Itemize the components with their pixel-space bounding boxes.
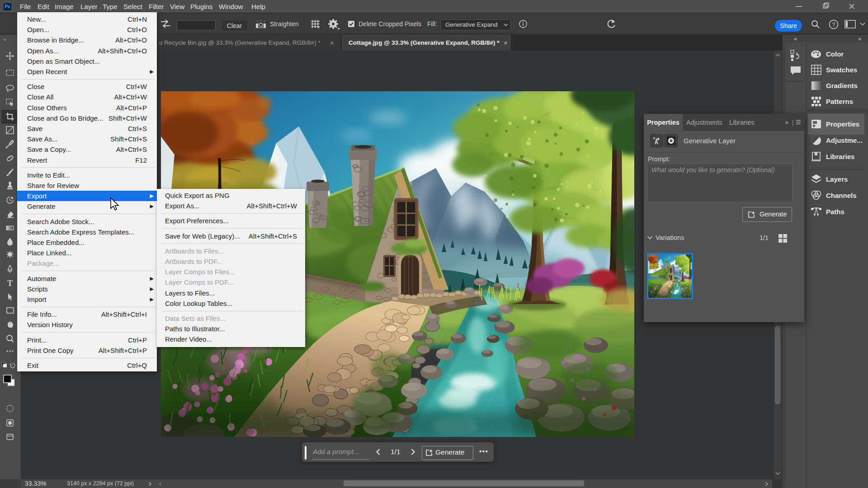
svg-text:Patterns: Patterns bbox=[826, 98, 853, 105]
svg-text:»: » bbox=[4, 37, 6, 42]
svg-text:«: « bbox=[794, 35, 797, 42]
svg-text:«: « bbox=[858, 35, 861, 42]
svg-text:Color: Color bbox=[826, 50, 844, 58]
svg-text:Swatches: Swatches bbox=[826, 66, 857, 74]
svg-text:Gradients: Gradients bbox=[826, 82, 858, 89]
svg-text:?: ? bbox=[832, 22, 835, 28]
svg-text:Libraries: Libraries bbox=[826, 153, 854, 160]
svg-text:Layers: Layers bbox=[826, 175, 848, 183]
svg-text:Adjustme...: Adjustme... bbox=[826, 136, 863, 144]
svg-text:Channels: Channels bbox=[826, 192, 857, 199]
svg-text:Properties: Properties bbox=[826, 120, 859, 128]
svg-text:T: T bbox=[7, 279, 13, 288]
svg-text:Paths: Paths bbox=[826, 208, 844, 216]
